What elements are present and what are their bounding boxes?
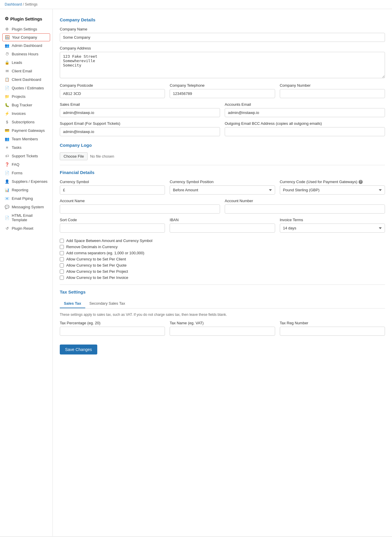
tax-name-input[interactable] bbox=[170, 327, 275, 336]
tab-sales-tax[interactable]: Sales Tax bbox=[60, 299, 85, 308]
sidebar-item-plugin-settings[interactable]: ⚙Plugin Settings bbox=[0, 25, 52, 33]
currency-code-help-icon[interactable]: ? bbox=[359, 180, 363, 184]
company-number-input[interactable] bbox=[280, 89, 385, 98]
email-piping-icon: 📧 bbox=[5, 196, 9, 201]
company-name-group: Company Name bbox=[60, 27, 385, 42]
accounts-email-input[interactable] bbox=[225, 108, 385, 117]
support-email-input[interactable] bbox=[60, 127, 220, 136]
outgoing-bcc-input[interactable] bbox=[225, 127, 385, 136]
company-address-label: Company Address bbox=[60, 46, 385, 50]
checkbox-group-allow-currency-client: Allow Currency to be Set Per Client bbox=[60, 257, 385, 261]
sidebar-item-client-email[interactable]: ✉Client Email bbox=[0, 67, 52, 75]
sidebar-item-email-piping[interactable]: 📧Email Piping bbox=[0, 194, 52, 203]
settings-icon: ⚙ bbox=[5, 16, 8, 21]
currency-code-select[interactable]: Pound Sterling (GBP) US Dollar (USD) Eur… bbox=[280, 185, 385, 195]
account-number-group: Account Number bbox=[225, 199, 385, 214]
accounts-email-group: Accounts Email bbox=[225, 102, 385, 117]
tab-secondary-sales-tax[interactable]: Secondary Sales Tax bbox=[85, 299, 129, 308]
support-bcc-email-row: Support Email (For Support Tickets) Outg… bbox=[60, 121, 385, 140]
sidebar-item-label: Email Piping bbox=[12, 196, 33, 201]
sidebar-item-quotes-estimates[interactable]: 📄Quotes / Estimates bbox=[0, 84, 52, 92]
sidebar-item-projects[interactable]: 📁Projects bbox=[0, 92, 52, 101]
forms-icon: 📄 bbox=[5, 171, 9, 175]
sidebar-item-reporting[interactable]: 📊Reporting bbox=[0, 186, 52, 194]
tax-percentage-input[interactable] bbox=[60, 327, 165, 336]
iban-input[interactable] bbox=[170, 224, 275, 233]
sidebar-item-tasks[interactable]: ≡Tasks bbox=[0, 143, 52, 152]
sidebar-item-faq[interactable]: ❓FAQ bbox=[0, 160, 52, 169]
outgoing-bcc-label: Outgoing Email BCC Address (copies all o… bbox=[225, 121, 385, 126]
sales-email-input[interactable] bbox=[60, 108, 220, 117]
allow-currency-client-checkbox[interactable] bbox=[60, 257, 64, 261]
company-address-input[interactable]: 123 Fake Street Somewhereville Somecity bbox=[60, 52, 385, 78]
breadcrumb-settings: Settings bbox=[25, 2, 38, 6]
add-comma-checkbox[interactable] bbox=[60, 251, 64, 255]
company-name-input[interactable] bbox=[60, 33, 385, 42]
allow-currency-invoice-checkbox[interactable] bbox=[60, 276, 64, 280]
remove-decimals-checkbox[interactable] bbox=[60, 245, 64, 249]
allow-currency-quote-checkbox[interactable] bbox=[60, 263, 64, 267]
sidebar-item-subscriptions[interactable]: $Subscriptions bbox=[0, 118, 52, 126]
iban-group: IBAN bbox=[170, 218, 275, 233]
sidebar-item-label: Tasks bbox=[12, 145, 21, 150]
no-file-text: No file chosen bbox=[90, 154, 114, 158]
sidebar-item-label: Team Members bbox=[12, 137, 38, 141]
invoice-terms-select[interactable]: 7 days 14 days 30 days 60 days bbox=[280, 224, 385, 233]
sort-code-input[interactable] bbox=[60, 224, 165, 233]
sidebar-item-admin-dashboard[interactable]: 👥Admin Dashboard bbox=[0, 41, 52, 50]
sidebar-item-leads[interactable]: 🔒Leads bbox=[0, 58, 52, 67]
choose-file-button[interactable]: Choose File bbox=[60, 152, 88, 160]
reporting-icon: 📊 bbox=[5, 188, 9, 192]
sidebar-item-messaging-system[interactable]: 💬Messaging System bbox=[0, 203, 52, 211]
invoice-terms-group: Invoice Terms 7 days 14 days 30 days 60 … bbox=[280, 218, 385, 233]
subscriptions-icon: $ bbox=[5, 120, 9, 124]
sidebar-item-label: Client Email bbox=[12, 69, 32, 73]
company-number-label: Company Number bbox=[280, 83, 385, 88]
sidebar-item-payment-gateways[interactable]: 💳Payment Gateways bbox=[0, 126, 52, 135]
sales-accounts-email-row: Sales Email Accounts Email bbox=[60, 102, 385, 121]
business-hours-icon: ⏱ bbox=[5, 52, 9, 56]
breadcrumb-dashboard[interactable]: Dashboard bbox=[5, 2, 22, 6]
leads-icon: 🔒 bbox=[5, 60, 9, 65]
allow-currency-project-checkbox[interactable] bbox=[60, 270, 64, 274]
tax-settings-title: Tax Settings bbox=[60, 289, 385, 294]
sidebar-item-label: Reporting bbox=[12, 188, 28, 192]
sidebar-item-label: Plugin Reset bbox=[12, 226, 33, 231]
sidebar-item-label: Messaging System bbox=[12, 205, 44, 209]
currency-position-select[interactable]: Before Amount After Amount bbox=[170, 185, 275, 195]
sidebar-item-support-tickets[interactable]: 🏷Support Tickets bbox=[0, 152, 52, 160]
sidebar-item-html-email-template[interactable]: 📄HTML Email Template bbox=[0, 211, 52, 224]
accounts-email-label: Accounts Email bbox=[225, 102, 385, 107]
company-number-group: Company Number bbox=[280, 83, 385, 98]
sidebar-item-label: Support Tickets bbox=[12, 154, 38, 158]
sidebar-item-bug-tracker[interactable]: 🐛Bug Tracker bbox=[0, 101, 52, 109]
sidebar-item-label: Plugin Settings bbox=[12, 27, 37, 31]
sidebar-item-label: Bug Tracker bbox=[12, 103, 32, 107]
save-changes-button[interactable]: Save Changes bbox=[60, 345, 97, 354]
messaging-system-icon: 💬 bbox=[5, 205, 9, 209]
sidebar-item-business-hours[interactable]: ⏱Business Hours bbox=[0, 50, 52, 58]
account-name-number-row: Account Name Account Number bbox=[60, 199, 385, 218]
sidebar-item-your-company[interactable]: 🪟Your Company bbox=[2, 33, 50, 41]
sidebar-item-forms[interactable]: 📄Forms bbox=[0, 169, 52, 177]
add-space-label: Add Space Between Amount and Currency Sy… bbox=[66, 238, 152, 243]
sidebar-item-client-dashboard[interactable]: 📋Client Dashboard bbox=[0, 75, 52, 84]
account-number-input[interactable] bbox=[225, 204, 385, 214]
add-comma-label: Add comma separators (eg. 1,000 or 100,0… bbox=[66, 251, 144, 255]
support-tickets-icon: 🏷 bbox=[5, 154, 9, 158]
team-members-icon: 👥 bbox=[5, 137, 9, 141]
sidebar-item-suppliers-expenses[interactable]: 👤Suppliers / Expenses bbox=[0, 177, 52, 186]
currency-symbol-input[interactable] bbox=[60, 185, 165, 195]
postcode-tel-num-row: Company Postcode Company Telephone Compa… bbox=[60, 83, 385, 102]
tax-reg-input[interactable] bbox=[280, 327, 385, 336]
postcode-input[interactable] bbox=[60, 89, 165, 98]
sidebar-item-team-members[interactable]: 👥Team Members bbox=[0, 135, 52, 143]
account-name-input[interactable] bbox=[60, 204, 220, 214]
sort-iban-terms-row: Sort Code IBAN Invoice Terms 7 days 14 d… bbox=[60, 218, 385, 237]
telephone-input[interactable] bbox=[170, 89, 275, 98]
html-email-template-icon: 📄 bbox=[5, 216, 9, 220]
sidebar-item-invoices[interactable]: ⚡Invoices bbox=[0, 109, 52, 118]
currency-position-group: Currency Symbol Position Before Amount A… bbox=[170, 180, 275, 195]
add-space-checkbox[interactable] bbox=[60, 239, 64, 243]
sidebar-item-plugin-reset[interactable]: ↺Plugin Reset bbox=[0, 224, 52, 233]
